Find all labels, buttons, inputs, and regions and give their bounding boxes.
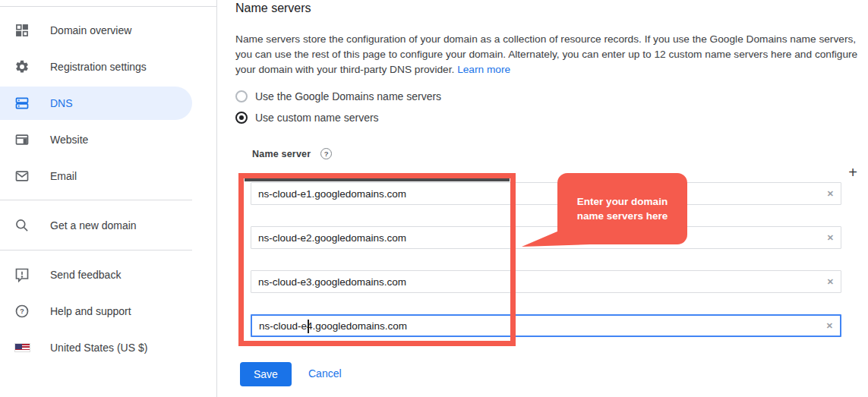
sidebar-top-divider <box>0 6 216 7</box>
domain-overview-icon <box>14 22 30 39</box>
sidebar-item-domain-overview[interactable]: Domain overview <box>0 14 216 47</box>
dns-servers-icon <box>14 95 30 112</box>
description-text: Name servers store the configuration of … <box>235 32 863 77</box>
clear-input-icon[interactable]: ✕ <box>826 322 833 330</box>
sidebar-item-registration-settings[interactable]: Registration settings <box>0 50 216 83</box>
sidebar-item-label: Website <box>50 134 88 146</box>
website-icon <box>14 131 30 148</box>
name-server-field-header: Name server ? <box>252 148 332 159</box>
name-server-input-1[interactable]: ns-cloud-e1.googledomains.com✕ <box>251 182 841 205</box>
us-flag-icon <box>14 339 30 356</box>
radio-label: Use custom name servers <box>255 112 379 124</box>
text-cursor <box>308 320 309 333</box>
cancel-button[interactable]: Cancel <box>308 367 342 380</box>
sidebar-item-label: DNS <box>50 97 73 109</box>
radio-circle-selected-icon[interactable] <box>235 112 248 124</box>
name-server-value: ns-cloud-e1.googledomains.com <box>258 188 406 200</box>
sidebar-divider <box>0 200 192 200</box>
sidebar-item-label: United States (US $) <box>50 342 147 354</box>
learn-more-link[interactable]: Learn more <box>457 64 510 75</box>
description-body: Name servers store the configuration of … <box>235 33 857 75</box>
name-server-input-2[interactable]: ns-cloud-e2.googledomains.com✕ <box>251 226 841 249</box>
radio-circle-icon[interactable] <box>235 90 248 102</box>
name-server-label: Name server <box>252 149 311 159</box>
sidebar-item-label: Registration settings <box>50 61 147 73</box>
save-button[interactable]: Save <box>240 362 292 386</box>
name-server-value: ns-cloud-e4.googledomains.com <box>259 320 407 332</box>
name-server-input-3[interactable]: ns-cloud-e3.googledomains.com✕ <box>251 270 841 293</box>
sidebar-item-dns[interactable]: DNS <box>0 87 192 120</box>
main-content: Name servers Name servers store the conf… <box>217 0 868 397</box>
clear-input-icon[interactable]: ✕ <box>827 278 834 286</box>
clear-input-icon[interactable]: ✕ <box>827 190 834 198</box>
sidebar-item-label: Send feedback <box>50 269 121 281</box>
name-server-value: ns-cloud-e3.googledomains.com <box>258 276 406 288</box>
svg-text:?: ? <box>20 307 24 315</box>
radio-custom-name-servers[interactable]: Use custom name servers <box>235 112 379 124</box>
sidebar-item-email[interactable]: Email <box>0 159 216 193</box>
sidebar-item-send-feedback[interactable]: Send feedback <box>0 258 216 291</box>
help-icon: ? <box>14 303 30 320</box>
radio-google-name-servers[interactable]: Use the Google Domains name servers <box>235 90 441 102</box>
email-envelope-icon <box>14 168 30 184</box>
sidebar-item-help-and-support[interactable]: ?Help and support <box>0 295 216 328</box>
add-name-server-button[interactable]: + <box>844 163 861 181</box>
search-icon <box>14 217 30 234</box>
settings-gear-icon <box>14 58 30 75</box>
clear-input-icon[interactable]: ✕ <box>827 234 834 242</box>
radio-label: Use the Google Domains name servers <box>255 90 441 102</box>
sidebar-divider <box>0 250 192 250</box>
sidebar-item-label: Email <box>50 170 77 182</box>
sidebar-item-label: Get a new domain <box>50 219 137 232</box>
sidebar-item-label: Domain overview <box>50 24 131 36</box>
sidebar-item-united-states-us-[interactable]: United States (US $) <box>0 331 216 364</box>
page-title: Name servers <box>235 2 311 15</box>
name-server-value: ns-cloud-e2.googledomains.com <box>258 232 406 244</box>
sidebar-nav: Domain overviewRegistration settingsDNSW… <box>0 0 216 397</box>
sidebar-item-website[interactable]: Website <box>0 123 216 156</box>
feedback-icon <box>14 266 30 283</box>
sidebar-item-get-a-new-domain[interactable]: Get a new domain <box>0 209 216 242</box>
name-server-input-4[interactable]: ns-cloud-e4.googledomains.com✕ <box>251 314 841 337</box>
google-domains-dns-page: Domain overviewRegistration settingsDNSW… <box>0 0 868 397</box>
help-question-icon[interactable]: ? <box>320 148 332 159</box>
sidebar-item-label: Help and support <box>50 305 131 317</box>
